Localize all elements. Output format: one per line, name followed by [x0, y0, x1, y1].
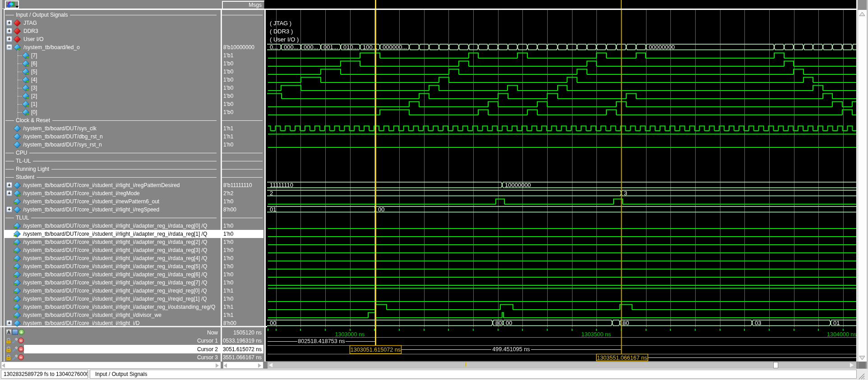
svg-text:00: 00	[270, 320, 276, 326]
svg-text:000...: 000...	[284, 44, 299, 50]
svg-text:00000000: 00000000	[649, 44, 675, 50]
svg-text:1304000 ns: 1304000 ns	[827, 331, 856, 338]
svg-text:1303000 ns: 1303000 ns	[335, 331, 365, 338]
svg-text:11111110: 11111110	[270, 182, 293, 188]
svg-text:10000000: 10000000	[505, 182, 531, 188]
svg-text:3: 3	[624, 190, 627, 197]
svg-text:( User I/O ): ( User I/O )	[270, 36, 299, 43]
svg-text:( DDR3 ): ( DDR3 )	[270, 28, 293, 35]
svg-text:1303500 ns: 1303500 ns	[582, 331, 611, 338]
svg-text:000...: 000...	[304, 44, 319, 50]
svg-text:01: 01	[270, 206, 276, 213]
svg-text:001...: 001...	[323, 44, 338, 50]
svg-text:1303551.066167 ns: 1303551.066167 ns	[597, 355, 647, 361]
svg-text:802518.418753 ns: 802518.418753 ns	[298, 338, 345, 344]
svg-text:03: 03	[755, 320, 761, 326]
svg-text:2: 2	[270, 190, 273, 197]
svg-text:01: 01	[833, 320, 840, 326]
svg-text:00: 00	[378, 206, 384, 213]
svg-text:00: 00	[506, 320, 512, 326]
svg-text:0...: 0...	[270, 44, 278, 50]
svg-text:( JTAG ): ( JTAG )	[270, 20, 291, 27]
svg-text:1303051.615072 ns: 1303051.615072 ns	[351, 347, 401, 353]
svg-text:80: 80	[623, 320, 629, 326]
svg-text:010...: 010...	[343, 44, 358, 50]
svg-text:499.451095 ns: 499.451095 ns	[492, 346, 530, 353]
svg-text:000000...: 000000...	[383, 44, 407, 50]
svg-text:80: 80	[495, 320, 502, 326]
